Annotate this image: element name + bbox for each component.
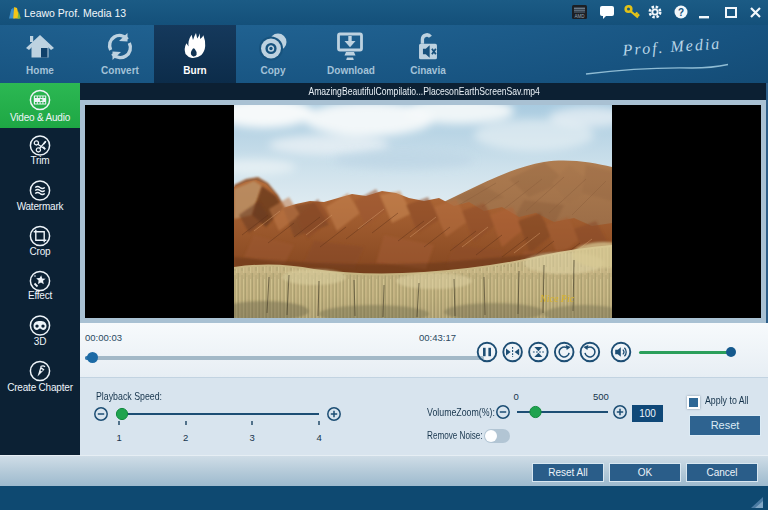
svg-text:AMD: AMD: [575, 14, 586, 19]
svg-text:?: ?: [678, 7, 684, 18]
svg-text:Nice Pic: Nice Pic: [539, 293, 575, 304]
